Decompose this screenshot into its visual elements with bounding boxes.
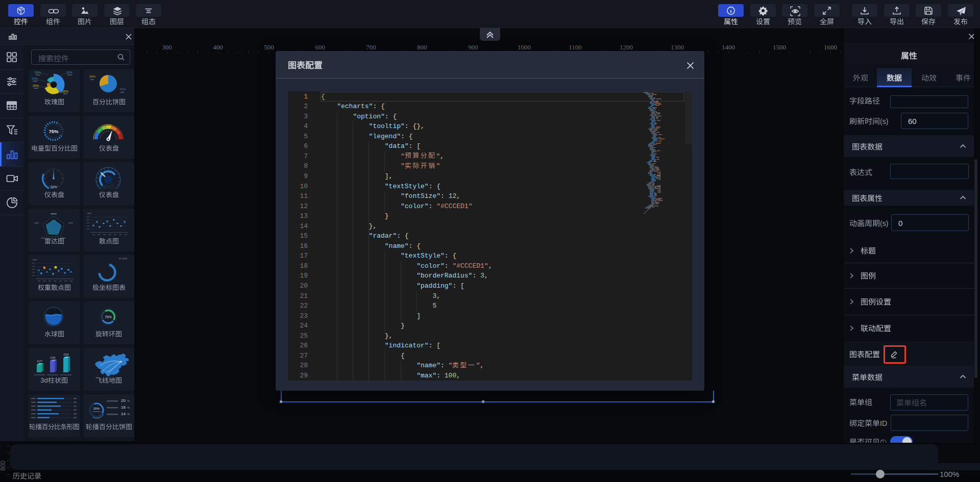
svg-text:20: 20 — [121, 398, 126, 403]
svg-text:20%: 20% — [93, 407, 100, 410]
svg-text:25%: 25% — [33, 84, 39, 87]
svg-text:30%: 30% — [89, 75, 96, 78]
svg-text:%: % — [127, 406, 130, 409]
svg-text:75%: 75% — [48, 129, 59, 134]
svg-text:25%: 25% — [62, 90, 69, 93]
svg-text:%: % — [127, 413, 130, 416]
svg-text:70%: 70% — [119, 88, 126, 91]
svg-text:18: 18 — [121, 405, 126, 410]
svg-text:325k: 325k — [63, 353, 69, 356]
svg-text:112?: 112? — [37, 360, 42, 363]
svg-text:215k: 215k — [50, 356, 56, 359]
svg-text:25%: 25% — [35, 71, 41, 74]
svg-text:14: 14 — [121, 412, 126, 416]
svg-text:25%: 25% — [32, 77, 38, 80]
svg-text:75%: 75% — [105, 315, 111, 319]
svg-text:32%: 32% — [50, 185, 57, 189]
svg-text:25%: 25% — [66, 71, 73, 74]
svg-text:%: % — [127, 399, 130, 402]
